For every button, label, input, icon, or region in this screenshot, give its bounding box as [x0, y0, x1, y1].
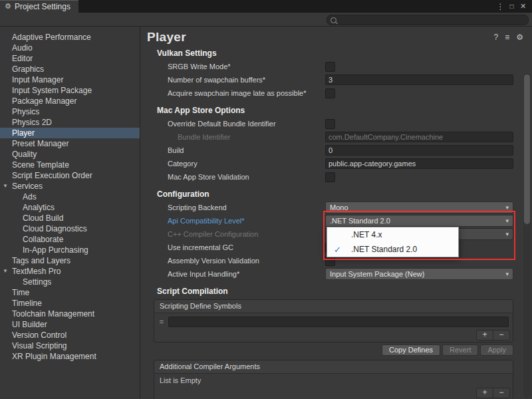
scripting-define-symbols-box: Scripting Define Symbols = + − [154, 299, 513, 342]
sidebar-item-timeline[interactable]: Timeline [0, 298, 140, 309]
sidebar-item-audio[interactable]: Audio [0, 43, 140, 53]
drag-handle-icon[interactable]: = [158, 318, 165, 326]
sidebar-item-adaptive-performance[interactable]: Adaptive Performance [0, 32, 140, 43]
api-compatibility-dropdown-menu: .NET 4.x✓.NET Standard 2.0 [327, 227, 459, 257]
sidebar-item-visual-scripting[interactable]: Visual Scripting [0, 340, 140, 351]
foldout-open-icon[interactable]: ▼ [3, 266, 8, 277]
row-mac-app-store-validation: Mac App Store Validation [140, 170, 532, 184]
row-label: Assembly Version Validation [168, 257, 325, 265]
field-build[interactable] [325, 145, 513, 156]
checkbox-srgb-write-mode[interactable] [325, 62, 335, 72]
foldout-open-icon[interactable]: ▼ [3, 181, 8, 192]
dropdown-active-input-handling[interactable]: Input System Package (New)▾ [325, 268, 513, 280]
row-value [325, 74, 513, 85]
remove-compiler-arg-button[interactable]: − [493, 388, 509, 398]
sidebar-item-physics-2d[interactable]: Physics 2D [0, 117, 140, 128]
scrollbar-thumb[interactable] [524, 74, 530, 224]
sidebar-item-collaborate[interactable]: Collaborate [0, 234, 140, 245]
row-acquire-swapchain-image-late-as-possible: Acquire swapchain image late as possible… [140, 86, 532, 100]
checkbox-override-default-bundle-identifier[interactable] [325, 119, 335, 129]
gear-icon: ⚙ [5, 2, 11, 11]
page-title: Player [147, 30, 186, 45]
chevron-down-icon: ▾ [503, 204, 509, 211]
section-heading-configuration: Configuration [140, 188, 532, 201]
define-symbol-input[interactable] [168, 317, 509, 327]
sidebar-item-toolchain-management[interactable]: Toolchain Management [0, 309, 140, 319]
row-active-input-handling: Active Input Handling*Input System Packa… [140, 267, 532, 281]
sidebar-item-input-manager[interactable]: Input Manager [0, 74, 140, 85]
sidebar-item-script-execution-order[interactable]: Script Execution Order [0, 170, 140, 181]
sidebar: Adaptive PerformanceAudioEditorGraphicsI… [0, 27, 140, 399]
button-revert[interactable]: Revert [442, 344, 478, 356]
define-symbol-row: = [154, 313, 513, 329]
window-menu-kebab-icon[interactable]: ⋮ [495, 2, 506, 11]
add-compiler-arg-button[interactable]: + [477, 388, 493, 398]
define-symbols-list-controls: + − [476, 330, 510, 340]
row-label: Api Compatibility Level* [168, 217, 325, 225]
menu-item-label: .NET Standard 2.0 [351, 245, 417, 254]
sidebar-item-editor[interactable]: Editor [0, 53, 140, 64]
sidebar-item-physics[interactable]: Physics [0, 106, 140, 117]
sidebar-item-preset-manager[interactable]: Preset Manager [0, 138, 140, 149]
menu-item-net-4-x[interactable]: .NET 4.x [327, 227, 458, 242]
sidebar-item-label: Input System Package [12, 86, 92, 95]
sidebar-item-graphics[interactable]: Graphics [0, 64, 140, 74]
sidebar-item-settings[interactable]: Settings [0, 277, 140, 287]
row-category: Category [140, 157, 532, 170]
dropdown-scripting-backend[interactable]: Mono▾ [325, 201, 513, 213]
sidebar-item-package-manager[interactable]: Package Manager [0, 96, 140, 106]
sidebar-item-player[interactable]: Player [0, 128, 140, 138]
field-number-of-swapchain-buffers[interactable] [325, 74, 513, 85]
section-heading-vulkan-settings: Vulkan Settings [140, 47, 532, 60]
dropdown-api-compatibility-level[interactable]: .NET Standard 2.0▾ [325, 215, 513, 227]
sidebar-item-label: Services [12, 182, 43, 191]
sidebar-item-tags-and-layers[interactable]: Tags and Layers [0, 255, 140, 266]
gear-icon[interactable]: ⚙ [516, 33, 523, 42]
field-bundle-identifier[interactable] [325, 132, 513, 142]
row-srgb-write-mode: SRGB Write Mode* [140, 60, 532, 73]
presets-icon[interactable]: ≡ [505, 33, 509, 42]
checkbox-acquire-swapchain-image-late-as-possible[interactable] [325, 88, 335, 98]
sidebar-item-version-control[interactable]: Version Control [0, 330, 140, 340]
add-define-button[interactable]: + [477, 331, 493, 340]
sidebar-item-time[interactable]: Time [0, 287, 140, 298]
maximize-icon[interactable]: □ [506, 3, 517, 10]
sidebar-item-cloud-build[interactable]: Cloud Build [0, 213, 140, 223]
scripting-define-symbols-title: Scripting Define Symbols [154, 300, 513, 313]
remove-define-button[interactable]: − [493, 331, 509, 340]
sidebar-item-label: Quality [12, 150, 37, 159]
content: Adaptive PerformanceAudioEditorGraphicsI… [0, 27, 532, 399]
sidebar-item-label: Time [12, 288, 29, 297]
sidebar-item-label: UI Builder [12, 320, 47, 329]
search-box[interactable] [327, 15, 529, 25]
sidebar-item-input-system-package[interactable]: Input System Package [0, 85, 140, 96]
additional-compiler-arguments-box: Additional Compiler Arguments List is Em… [154, 360, 513, 399]
row-label: Acquire swapchain image late as possible… [168, 89, 325, 97]
row-label: Use incremental GC [168, 243, 325, 251]
sidebar-item-in-app-purchasing[interactable]: In-App Purchasing [0, 245, 140, 255]
scrollbar[interactable] [523, 73, 531, 398]
sidebar-item-analytics[interactable]: Analytics [0, 202, 140, 213]
row-override-default-bundle-identifier: Override Default Bundle Identifier [140, 117, 532, 130]
sidebar-item-label: Cloud Diagnostics [23, 224, 87, 233]
sidebar-item-label: Analytics [23, 203, 55, 212]
sidebar-item-xr-plugin-management[interactable]: XR Plugin Management [0, 351, 140, 362]
menu-item-net-standard-2-0[interactable]: ✓.NET Standard 2.0 [327, 242, 458, 257]
search-input[interactable] [339, 16, 525, 24]
sidebar-item-label: Toolchain Management [12, 309, 94, 319]
sidebar-item-textmesh-pro[interactable]: ▼TextMesh Pro [0, 266, 140, 277]
field-category[interactable] [325, 158, 513, 169]
help-icon[interactable]: ? [494, 33, 499, 42]
button-apply[interactable]: Apply [480, 344, 513, 356]
project-settings-tab[interactable]: ⚙ Project Settings [0, 0, 78, 13]
sidebar-item-cloud-diagnostics[interactable]: Cloud Diagnostics [0, 223, 140, 234]
sidebar-item-scene-template[interactable]: Scene Template [0, 160, 140, 170]
close-icon[interactable]: ✕ [517, 2, 529, 11]
sidebar-item-ads[interactable]: Ads [0, 192, 140, 202]
checkbox-mac-app-store-validation[interactable] [325, 172, 335, 182]
sidebar-item-services[interactable]: ▼Services [0, 181, 140, 192]
button-copy-defines[interactable]: Copy Defines [382, 344, 440, 356]
sidebar-item-ui-builder[interactable]: UI Builder [0, 319, 140, 330]
sidebar-item-quality[interactable]: Quality [0, 149, 140, 160]
toolbar [0, 13, 532, 27]
